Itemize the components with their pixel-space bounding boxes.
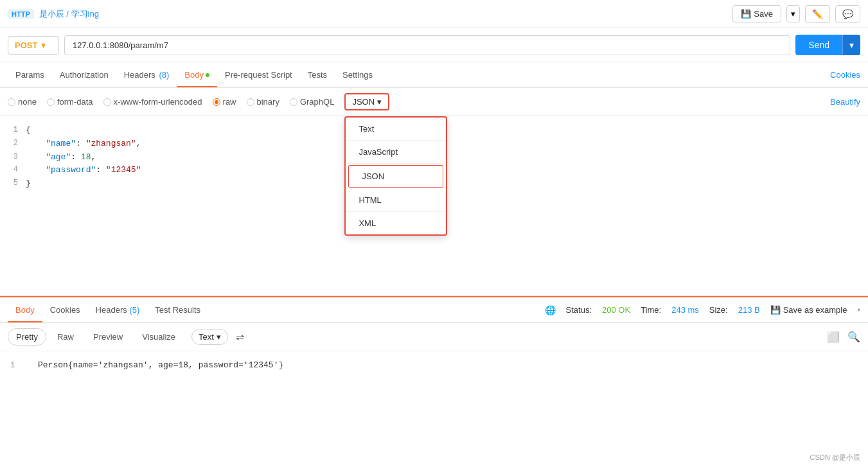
dropdown-item-json[interactable]: JSON: [348, 165, 443, 188]
resp-tab-test-results[interactable]: Test Results: [147, 299, 208, 322]
radio-urlencoded[interactable]: x-www-form-urlencoded: [103, 97, 202, 107]
line-num-3: 3: [0, 151, 26, 163]
save-label: Save: [754, 9, 773, 19]
radio-label-raw: raw: [223, 97, 236, 107]
resp-content: 1 Person{name='zhangsan', age=18, passwo…: [0, 351, 868, 380]
resp-status-dot: •: [857, 305, 860, 315]
resp-visualize-button[interactable]: Visualize: [134, 328, 184, 346]
edit-icon-button[interactable]: ✏️: [805, 5, 830, 23]
radio-label-graphql: GraphQL: [300, 97, 334, 107]
breadcrumb-project: 学习ing: [71, 9, 99, 19]
tab-authorization[interactable]: Authorization: [52, 64, 116, 87]
headers-badge: (8): [159, 70, 169, 80]
format-selector-label: JSON: [352, 97, 375, 107]
size-value: 213 B: [738, 305, 760, 315]
request-tabs: Params Authorization Headers (8) Body Pr…: [0, 62, 868, 88]
dropdown-item-javascript[interactable]: JavaScript: [346, 141, 446, 164]
radio-graphql[interactable]: GraphQL: [290, 97, 334, 107]
breadcrumb-sep: /: [66, 9, 71, 19]
resp-status-bar: 🌐 Status: 200 OK Time: 243 ms Size: 213 …: [545, 305, 860, 315]
radio-circle-form-data: [47, 98, 55, 106]
globe-icon: 🌐: [545, 305, 556, 315]
radio-circle-binary: [247, 98, 254, 106]
format-dropdown: Text JavaScript JSON HTML XML: [344, 116, 447, 236]
radio-binary[interactable]: binary: [247, 97, 279, 107]
resp-raw-button[interactable]: Raw: [49, 328, 82, 346]
tab-pre-request[interactable]: Pre-request Script: [217, 64, 300, 87]
body-dot: [206, 73, 209, 77]
copy-icon[interactable]: ⬜: [827, 331, 840, 343]
cookies-link[interactable]: Cookies: [830, 70, 860, 80]
format-selector-chevron-icon: ▾: [377, 97, 382, 107]
method-chevron-icon: ▾: [41, 40, 46, 50]
line-num-5: 5: [0, 177, 26, 189]
resp-text-dropdown[interactable]: Text ▾: [191, 329, 228, 345]
code-brace-close: }: [26, 177, 31, 191]
radio-circle-none: [8, 98, 15, 106]
send-button[interactable]: Send ▾: [795, 35, 860, 55]
radio-form-data[interactable]: form-data: [47, 97, 93, 107]
radio-circle-urlencoded: [103, 98, 111, 106]
filter-icon[interactable]: ⇌: [236, 331, 244, 343]
resp-toolbar: Pretty Raw Preview Visualize Text ▾ ⇌ ⬜ …: [0, 323, 868, 351]
save-example-button[interactable]: 💾 Save as example: [770, 305, 847, 315]
line-num-4: 4: [0, 164, 26, 176]
breadcrumb: 是小辰 / 学习ing: [39, 8, 99, 20]
dropdown-item-xml[interactable]: XML: [346, 212, 446, 234]
line-num-1: 1: [0, 124, 26, 136]
resp-tab-cookies[interactable]: Cookies: [42, 299, 88, 322]
radio-label-form-data: form-data: [57, 97, 93, 107]
url-bar: POST ▾ Send ▾: [0, 28, 868, 62]
radio-label-binary: binary: [257, 97, 279, 107]
body-format-row: none form-data x-www-form-urlencoded raw…: [0, 88, 868, 116]
save-button[interactable]: 💾 Save: [732, 5, 781, 22]
radio-label-urlencoded: x-www-form-urlencoded: [114, 97, 202, 107]
radio-none[interactable]: none: [8, 97, 37, 107]
response-section: Body Cookies Headers (5) Test Results 🌐 …: [0, 296, 868, 380]
tab-settings[interactable]: Settings: [335, 64, 380, 87]
resp-line-num-1: 1: [10, 361, 22, 370]
comment-icon-button[interactable]: 💬: [835, 5, 860, 23]
save-chevron-button[interactable]: ▾: [786, 5, 800, 22]
resp-headers-badge: (5): [129, 305, 139, 315]
save-icon: 💾: [741, 9, 751, 19]
resp-line-1-content: Person{name='zhangsan', age=18, password…: [38, 360, 283, 370]
send-label: Send: [795, 35, 842, 55]
resp-tab-headers[interactable]: Headers (5): [88, 299, 148, 322]
app-logo: HTTP: [8, 9, 34, 19]
line-num-2: 2: [0, 137, 26, 150]
resp-tab-body[interactable]: Body: [8, 299, 42, 322]
top-bar-right: 💾 Save ▾ ✏️ 💬: [732, 5, 860, 23]
tab-tests[interactable]: Tests: [300, 64, 335, 87]
format-selector[interactable]: JSON ▾: [344, 93, 389, 110]
size-label: Size:: [709, 305, 728, 315]
tab-headers[interactable]: Headers (8): [116, 64, 177, 87]
time-label: Time:: [641, 305, 661, 315]
top-bar: HTTP 是小辰 / 学习ing 💾 Save ▾ ✏️ 💬: [0, 0, 868, 28]
tab-params[interactable]: Params: [8, 64, 52, 87]
resp-text-label: Text: [199, 332, 214, 342]
url-input[interactable]: [64, 35, 790, 55]
bottom-bar: CSDN @是小辰: [802, 450, 868, 465]
dropdown-item-json-wrapper: JSON: [346, 164, 446, 189]
status-label: Status:: [566, 305, 592, 315]
code-line-4-content: "password": "12345": [26, 164, 141, 177]
save-example-label: Save as example: [783, 305, 847, 315]
format-selector-wrapper: JSON ▾ Text JavaScript JSON HTML XML: [344, 93, 389, 110]
beautify-button[interactable]: Beautify: [830, 97, 860, 107]
method-select[interactable]: POST ▾: [8, 36, 59, 55]
send-chevron-icon[interactable]: ▾: [842, 35, 860, 55]
radio-raw[interactable]: raw: [213, 97, 236, 107]
radio-circle-graphql: [290, 98, 297, 106]
dropdown-item-text[interactable]: Text: [346, 118, 446, 141]
search-icon[interactable]: 🔍: [847, 331, 860, 343]
tab-body[interactable]: Body: [177, 64, 217, 87]
footer-credit: CSDN @是小辰: [810, 453, 860, 461]
code-brace-open: {: [26, 124, 31, 137]
resp-action-icons: ⬜ 🔍: [827, 331, 860, 343]
breadcrumb-user: 是小辰: [39, 9, 64, 19]
resp-preview-button[interactable]: Preview: [85, 328, 131, 346]
resp-pretty-button[interactable]: Pretty: [8, 328, 46, 346]
dropdown-item-html[interactable]: HTML: [346, 189, 446, 212]
code-line-3-content: "age": 18,: [26, 151, 96, 164]
